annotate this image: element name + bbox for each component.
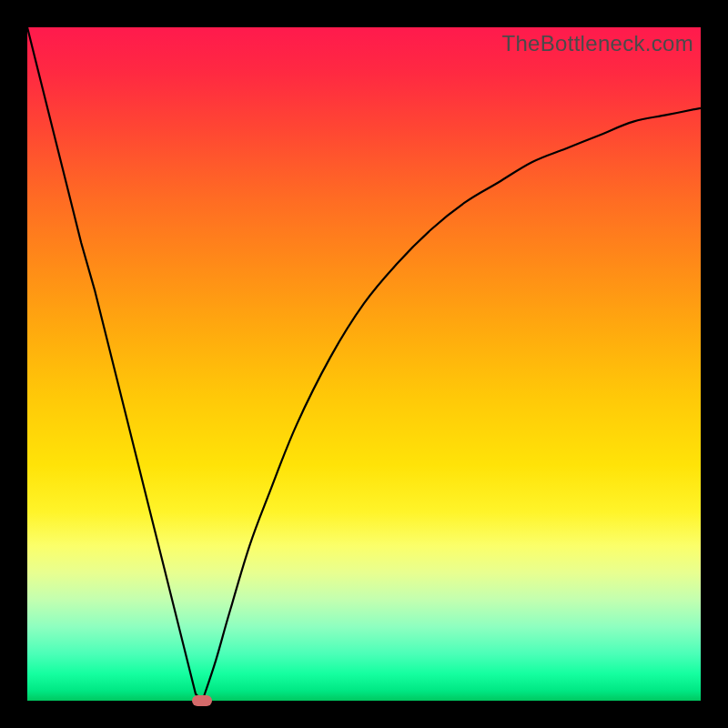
curve-path — [27, 27, 701, 701]
curve-svg — [27, 27, 701, 701]
vertex-marker — [192, 695, 212, 706]
chart-frame: TheBottleneck.com — [0, 0, 728, 728]
plot-area: TheBottleneck.com — [27, 27, 701, 701]
